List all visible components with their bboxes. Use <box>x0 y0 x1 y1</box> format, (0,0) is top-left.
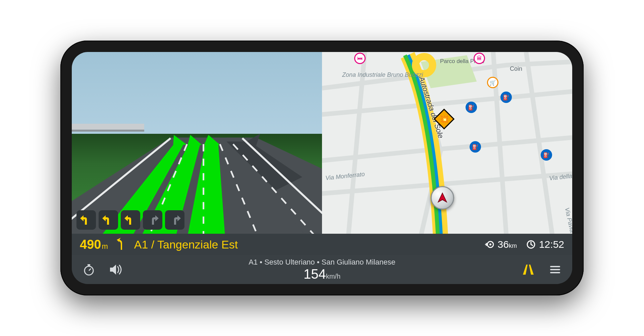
road-render <box>72 52 322 234</box>
lane-badge-row <box>76 210 184 230</box>
turn-bear-left-icon <box>116 237 126 252</box>
map-label-coin: Coin <box>510 65 522 72</box>
current-speed: 154km/h <box>249 267 395 282</box>
svg-rect-1 <box>72 130 144 132</box>
poi-fuel-icon[interactable]: ⛽ <box>466 102 477 113</box>
eta: 12:52 <box>526 239 564 250</box>
lane-badge-left <box>99 210 118 230</box>
poi-shopping-icon[interactable]: 🛒 <box>487 77 498 88</box>
svg-marker-30 <box>523 265 528 275</box>
poi-fuel-icon[interactable]: ⛽ <box>541 149 552 161</box>
map-label-zona: Zona Industriale Bruno Buozzi <box>342 71 423 78</box>
current-location: A1 • Sesto Ulteriano • San Giuliano Mila… <box>249 258 395 267</box>
svg-marker-31 <box>529 265 534 275</box>
poi-fuel-icon[interactable]: ⛽ <box>500 92 512 103</box>
lane-guidance-view[interactable] <box>72 52 322 234</box>
lane-badge-left <box>76 210 96 230</box>
poi-hotel-icon[interactable]: 🛏 <box>354 53 366 64</box>
guidance-bar: 490m A1 / Tangenziale Est 36km 12:52 <box>72 234 572 255</box>
location-speed: A1 • Sesto Ulteriano • San Giuliano Mila… <box>249 258 395 282</box>
lane-badge-left <box>121 210 140 230</box>
map-view[interactable]: Autostrada del Sole Zona Industriale Bru… <box>322 52 572 234</box>
lane-badge-right <box>165 210 184 230</box>
next-turn-destination: A1 / Tangenziale Est <box>134 238 238 251</box>
lane-view-toggle[interactable] <box>521 262 536 277</box>
poi-museum-icon[interactable]: 🏛 <box>474 53 485 64</box>
volume-button[interactable] <box>109 262 124 277</box>
svg-point-23 <box>489 243 491 245</box>
svg-marker-21 <box>438 193 446 202</box>
lane-badge-right <box>143 210 162 230</box>
vehicle-cursor <box>431 186 454 210</box>
svg-rect-26 <box>88 264 90 266</box>
next-turn-distance: 490m <box>80 237 108 252</box>
svg-rect-0 <box>72 124 144 130</box>
poi-fuel-icon[interactable]: ⛽ <box>470 141 481 153</box>
svg-marker-29 <box>110 265 116 275</box>
menu-button[interactable] <box>547 262 563 277</box>
screen: Autostrada del Sole Zona Industriale Bru… <box>72 52 572 284</box>
stopwatch-button[interactable] <box>81 262 97 277</box>
target-icon <box>484 239 494 249</box>
remaining-distance: 36km <box>484 239 517 250</box>
clock-icon <box>526 240 536 249</box>
status-bar: A1 • Sesto Ulteriano • San Giuliano Mila… <box>72 255 572 284</box>
device-frame: Autostrada del Sole Zona Industriale Bru… <box>60 41 584 295</box>
svg-line-28 <box>89 269 91 271</box>
